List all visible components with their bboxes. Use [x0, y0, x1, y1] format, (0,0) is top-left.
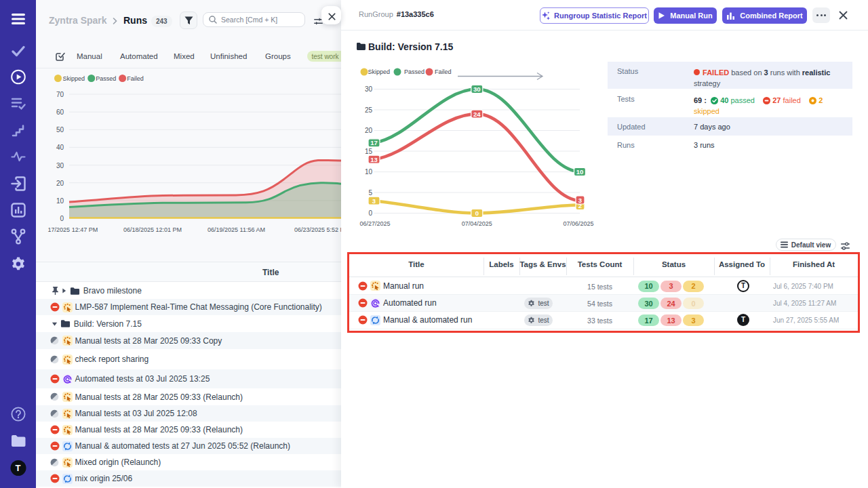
svg-text:Passed: Passed [96, 75, 116, 82]
svg-text:30: 30 [365, 85, 373, 93]
svg-text:20: 20 [365, 127, 373, 134]
svg-text:3: 3 [578, 197, 582, 204]
svg-text:30: 30 [473, 85, 481, 93]
svg-text:40: 40 [56, 144, 64, 151]
svg-text:3: 3 [372, 197, 376, 205]
svg-text:06/27/2025: 06/27/2025 [359, 220, 390, 227]
svg-text:0: 0 [475, 209, 479, 217]
svg-text:24: 24 [473, 110, 481, 118]
svg-text:Failed: Failed [435, 68, 452, 75]
svg-text:70: 70 [56, 91, 64, 98]
svg-text:Skipped: Skipped [63, 75, 85, 82]
svg-text:06/18/2025 12:01 PM: 06/18/2025 12:01 PM [123, 226, 182, 233]
svg-text:30: 30 [56, 162, 64, 169]
svg-text:0: 0 [60, 215, 64, 222]
svg-text:07/04/2025: 07/04/2025 [462, 220, 492, 227]
svg-text:15: 15 [365, 148, 373, 155]
svg-text:0: 0 [368, 209, 372, 217]
svg-text:06/19/2025 11:56 AM: 06/19/2025 11:56 AM [208, 226, 265, 233]
svg-text:13: 13 [370, 156, 378, 163]
svg-text:Skipped: Skipped [368, 68, 391, 75]
svg-text:07/06/2025: 07/06/2025 [563, 220, 593, 227]
svg-text:17/2025 12:47 PM: 17/2025 12:47 PM [48, 226, 98, 233]
svg-text:20: 20 [56, 180, 64, 187]
svg-text:06/23/2025 5:52 P: 06/23/2025 5:52 P [294, 226, 341, 233]
svg-text:10: 10 [576, 168, 584, 176]
svg-text:Passed: Passed [404, 68, 425, 75]
svg-text:25: 25 [365, 106, 373, 114]
svg-text:50: 50 [56, 126, 64, 134]
svg-text:60: 60 [56, 108, 64, 116]
svg-text:10: 10 [365, 168, 373, 176]
svg-text:5: 5 [368, 189, 372, 197]
svg-text:Failed: Failed [127, 75, 144, 82]
svg-text:17: 17 [370, 139, 378, 146]
svg-text:10: 10 [56, 197, 64, 205]
